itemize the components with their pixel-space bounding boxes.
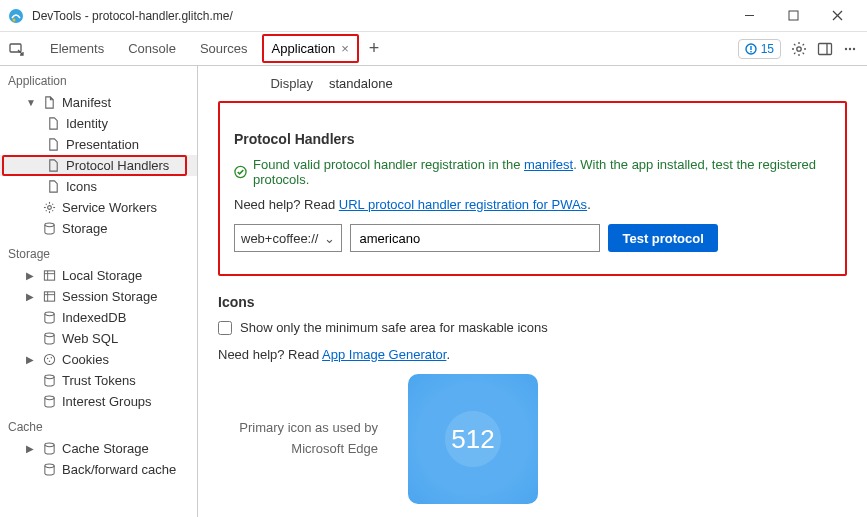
svg-point-46	[44, 375, 53, 379]
icons-help-line: Need help? Read App Image Generator.	[218, 347, 847, 362]
sidebar-item-service-workers[interactable]: Service Workers	[0, 197, 197, 218]
svg-point-47	[44, 396, 53, 400]
svg-point-44	[50, 357, 51, 358]
table-icon	[42, 269, 56, 283]
sidebar-item-cache-storage[interactable]: ▶ Cache Storage	[0, 438, 197, 459]
devtools-tabbar: Elements Console Sources Application × +…	[0, 32, 867, 66]
sidebar-item-label: Session Storage	[62, 289, 157, 304]
sidebar-item-websql[interactable]: Web SQL	[0, 328, 197, 349]
check-circle-icon	[234, 165, 247, 179]
sidebar-item-interest-groups[interactable]: Interest Groups	[0, 391, 197, 412]
sidebar-item-label: Trust Tokens	[62, 373, 136, 388]
sidebar-item-session-storage[interactable]: ▶ Session Storage	[0, 286, 197, 307]
sidebar-item-label: Back/forward cache	[62, 462, 176, 477]
svg-point-1	[13, 18, 16, 21]
svg-rect-34	[44, 271, 54, 280]
cookie-icon	[42, 353, 56, 367]
tab-label: Elements	[50, 41, 104, 56]
svg-point-49	[44, 464, 53, 468]
url-protocol-docs-link[interactable]: URL protocol handler registration for PW…	[339, 197, 587, 212]
svg-point-45	[48, 361, 49, 362]
sidebar-item-manifest[interactable]: ▼ Manifest	[0, 92, 197, 113]
close-window-button[interactable]	[815, 2, 859, 30]
svg-point-41	[44, 333, 53, 337]
more-options-icon[interactable]	[843, 42, 857, 56]
sidebar-item-label: Protocol Handlers	[66, 158, 169, 173]
add-tab-button[interactable]: +	[361, 38, 388, 59]
inspect-element-icon[interactable]	[8, 40, 26, 58]
protocol-scheme-select[interactable]: web+coffee:// ⌄	[234, 224, 342, 252]
svg-point-0	[9, 9, 23, 23]
sidebar-section-application: Application	[0, 66, 197, 92]
protocol-validation-message: Found valid protocol handler registratio…	[234, 157, 831, 187]
tab-application[interactable]: Application ×	[260, 32, 361, 65]
protocol-help-line: Need help? Read URL protocol handler reg…	[234, 197, 831, 212]
sidebar-item-protocol-handlers[interactable]: Protocol Handlers	[0, 155, 197, 176]
protocol-value-input[interactable]	[350, 224, 600, 252]
expand-icon[interactable]: ▶	[26, 443, 36, 454]
toolbar-right: 15	[738, 39, 867, 59]
svg-rect-37	[44, 292, 54, 301]
manifest-link[interactable]: manifest	[524, 157, 573, 172]
expand-icon[interactable]: ▶	[26, 354, 36, 365]
sidebar-item-label: Interest Groups	[62, 394, 152, 409]
sidebar-item-trust-tokens[interactable]: Trust Tokens	[0, 370, 197, 391]
tab-strip: Elements Console Sources Application × +	[38, 32, 387, 65]
app-image-generator-link[interactable]: App Image Generator	[322, 347, 446, 362]
issues-icon	[745, 43, 757, 55]
document-icon	[46, 180, 60, 194]
expand-icon[interactable]: ▶	[26, 270, 36, 281]
issues-counter[interactable]: 15	[738, 39, 781, 59]
sidebar-item-presentation[interactable]: Presentation	[0, 134, 197, 155]
chevron-down-icon: ⌄	[324, 231, 335, 246]
svg-rect-8	[750, 46, 751, 50]
test-protocol-button[interactable]: Test protocol	[608, 224, 717, 252]
primary-icon-caption: Primary icon as used by Microsoft Edge	[218, 418, 378, 460]
application-sidebar[interactable]: Application ▼ Manifest Identity Presenta…	[0, 66, 198, 517]
svg-rect-3	[789, 11, 798, 20]
select-value: web+coffee://	[241, 231, 318, 246]
database-icon	[42, 463, 56, 477]
svg-point-40	[44, 312, 53, 316]
svg-point-33	[44, 223, 53, 227]
settings-icon[interactable]	[791, 41, 807, 57]
icons-heading: Icons	[218, 294, 847, 310]
svg-line-15	[794, 44, 795, 45]
database-icon	[42, 374, 56, 388]
database-icon	[42, 395, 56, 409]
sidebar-item-label: Presentation	[66, 137, 139, 152]
application-main[interactable]: Display standalone Protocol Handlers Fou…	[198, 66, 867, 517]
collapse-icon[interactable]: ▼	[26, 97, 36, 108]
svg-point-43	[46, 358, 47, 359]
sidebar-item-storage-app[interactable]: Storage	[0, 218, 197, 239]
sidebar-item-label: Cookies	[62, 352, 109, 367]
maximize-button[interactable]	[771, 2, 815, 30]
maskable-safe-area-checkbox[interactable]	[218, 321, 232, 335]
sidebar-item-local-storage[interactable]: ▶ Local Storage	[0, 265, 197, 286]
tab-label: Sources	[200, 41, 248, 56]
minimize-button[interactable]	[727, 2, 771, 30]
tab-console[interactable]: Console	[116, 32, 188, 65]
table-icon	[42, 290, 56, 304]
close-tab-icon[interactable]: ×	[341, 41, 349, 56]
tab-sources[interactable]: Sources	[188, 32, 260, 65]
devtools-app-icon	[8, 8, 24, 24]
tab-elements[interactable]: Elements	[38, 32, 116, 65]
dock-side-icon[interactable]	[817, 41, 833, 57]
sidebar-item-label: Web SQL	[62, 331, 118, 346]
sidebar-item-icons[interactable]: Icons	[0, 176, 197, 197]
icon-size-text: 512	[451, 424, 494, 455]
sidebar-item-bf-cache[interactable]: Back/forward cache	[0, 459, 197, 480]
sidebar-item-cookies[interactable]: ▶ Cookies	[0, 349, 197, 370]
sidebar-section-storage: Storage	[0, 239, 197, 265]
sidebar-item-indexeddb[interactable]: IndexedDB	[0, 307, 197, 328]
sidebar-item-label: Cache Storage	[62, 441, 149, 456]
sidebar-item-identity[interactable]: Identity	[0, 113, 197, 134]
document-icon	[46, 159, 60, 173]
sidebar-item-label: Service Workers	[62, 200, 157, 215]
expand-icon[interactable]: ▶	[26, 291, 36, 302]
window-title: DevTools - protocol-handler.glitch.me/	[32, 9, 727, 23]
database-icon	[42, 332, 56, 346]
svg-point-10	[797, 46, 801, 50]
sidebar-item-label: Storage	[62, 221, 108, 236]
